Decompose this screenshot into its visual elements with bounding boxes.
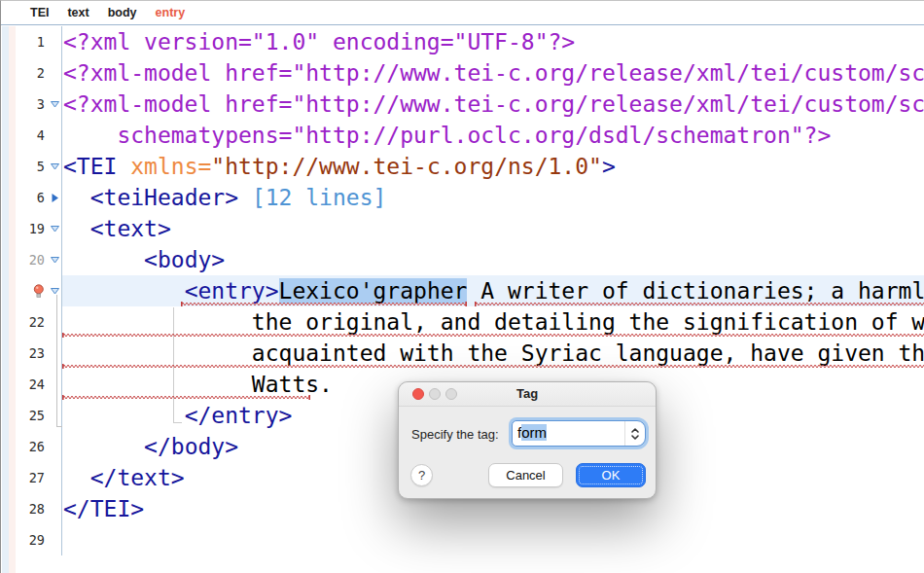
line-number: 1: [16, 26, 48, 57]
breadcrumb-item-tei[interactable]: TEI: [30, 6, 49, 19]
code-text[interactable]: the original, and detailing the signific…: [61, 306, 924, 338]
dialog-titlebar[interactable]: Tag: [399, 382, 656, 407]
line-number: 6: [16, 182, 48, 213]
line-number: 4: [16, 120, 48, 151]
ok-button[interactable]: OK: [576, 463, 646, 487]
code-line: 5<TEI xmlns="http://www.tei-c.org/ns/1.0…: [16, 151, 924, 182]
code-text[interactable]: <?xml-model href="http://www.tei-c.org/r…: [61, 57, 924, 89]
code-line: 23 acquainted with the Syriac language, …: [16, 338, 924, 369]
code-text[interactable]: <teiHeader> [12 lines]: [61, 182, 924, 213]
up-down-stepper[interactable]: [624, 421, 645, 446]
line-number: 5: [16, 151, 48, 182]
fold-gutter: [48, 431, 61, 462]
code-token: <?xml-model href="http://www.tei-c.org/r…: [63, 91, 924, 117]
code-text[interactable]: schematypens="http://purl.oclc.org/dsdl/…: [61, 120, 924, 151]
fold-collapsed-icon[interactable]: [50, 193, 60, 203]
fold-gutter: [48, 462, 61, 493]
code-text[interactable]: <entry>Lexico'grapher A writer of dictio…: [61, 275, 924, 306]
line-number: 20: [16, 244, 48, 275]
gutter-stripe: [2, 26, 9, 573]
line-number: 23: [16, 338, 48, 369]
code-text[interactable]: acquainted with the Syriac language, hav…: [61, 338, 924, 369]
fold-gutter: [48, 493, 61, 524]
quick-fix-bulb-icon[interactable]: [33, 284, 45, 299]
tag-value[interactable]: form: [513, 421, 624, 446]
breadcrumb-item-entry[interactable]: entry: [156, 6, 186, 19]
line-number: 3: [16, 89, 48, 120]
fold-gutter: [48, 120, 61, 151]
code-line: <entry>Lexico'grapher A writer of dictio…: [16, 275, 924, 306]
line-number: 25: [16, 400, 48, 431]
fold-gutter: [48, 524, 61, 555]
code-token: [63, 403, 185, 428]
code-text[interactable]: <?xml-model href="http://www.tei-c.org/r…: [61, 89, 924, 120]
code-token: A writer of dictionaries; a harmle: [467, 278, 924, 304]
line-number: [16, 275, 48, 306]
code-line: 2<?xml-model href="http://www.tei-c.org/…: [16, 57, 924, 89]
help-button[interactable]: ?: [410, 464, 433, 486]
tag-combobox-input[interactable]: form: [512, 420, 646, 447]
line-number: 2: [16, 57, 48, 89]
code-token: [63, 465, 90, 490]
fold-gutter: [48, 151, 61, 182]
code-line: 4 schematypens="http://purl.oclc.org/dsd…: [16, 120, 924, 151]
breadcrumb-item-text[interactable]: text: [67, 6, 89, 19]
code-token: acquainted with the Syriac language, hav…: [63, 340, 924, 366]
fold-gutter: [48, 182, 61, 213]
code-line: 6 <teiHeader> [12 lines]: [16, 182, 924, 213]
code-line: 22 the original, and detailing the signi…: [16, 306, 924, 338]
code-line: 29: [16, 524, 924, 555]
fold-gutter: [48, 400, 61, 431]
line-number: 27: [16, 462, 48, 493]
code-token: <?xml version="1.0" encoding="UTF-8"?>: [63, 29, 575, 54]
code-token: [63, 216, 90, 241]
code-line: 20 <body>: [16, 244, 924, 275]
annotation-stripe: [9, 26, 16, 573]
code-token: <text>: [90, 216, 171, 241]
fold-open-icon[interactable]: [50, 99, 60, 110]
code-token: </TEI>: [63, 496, 144, 521]
fold-open-icon[interactable]: [50, 255, 60, 266]
code-token: [63, 434, 144, 459]
cancel-button[interactable]: Cancel: [488, 463, 563, 487]
fold-gutter: [48, 244, 61, 275]
code-text[interactable]: <body>: [61, 244, 924, 275]
code-token: </body>: [144, 434, 238, 459]
dialog-title: Tag: [399, 382, 656, 406]
fold-gutter: [48, 369, 61, 400]
code-token: xmlns=: [130, 154, 211, 179]
specify-tag-label: Specify the tag:: [411, 427, 499, 442]
code-line: 3<?xml-model href="http://www.tei-c.org/…: [16, 89, 924, 120]
code-token: [63, 247, 144, 272]
code-token: schematypens="http://purl.oclc.org/dsdl/…: [63, 123, 831, 148]
line-number: 24: [16, 369, 48, 400]
line-number: 22: [16, 306, 48, 338]
code-token: <?xml-model href="http://www.tei-c.org/r…: [63, 60, 924, 86]
fold-gutter: [48, 275, 61, 306]
code-token: </entry>: [185, 403, 293, 428]
breadcrumb: TEItextbodyentry: [1, 1, 924, 25]
fold-gutter: [48, 338, 61, 369]
code-line: 1<?xml version="1.0" encoding="UTF-8"?>: [16, 26, 924, 57]
code-token: "http://www.tei-c.org/ns/1.0": [211, 154, 602, 179]
code-text[interactable]: [61, 524, 924, 555]
code-token: </text>: [90, 465, 185, 490]
fold-open-icon[interactable]: [50, 224, 60, 234]
code-token: [63, 185, 90, 210]
fold-gutter: [48, 89, 61, 120]
code-token: the original, and detailing the signific…: [63, 309, 924, 335]
code-token: >: [602, 154, 616, 179]
code-text[interactable]: <text>: [61, 213, 924, 244]
code-text[interactable]: <TEI xmlns="http://www.tei-c.org/ns/1.0"…: [61, 151, 924, 182]
code-line: 19 <text>: [16, 213, 924, 244]
fold-open-icon[interactable]: [50, 161, 60, 172]
breadcrumb-item-body[interactable]: body: [108, 6, 137, 19]
code-token: Watts.: [63, 372, 333, 397]
fold-open-icon[interactable]: [50, 286, 60, 297]
code-token: [63, 278, 185, 304]
code-text[interactable]: <?xml version="1.0" encoding="UTF-8"?>: [61, 26, 924, 57]
code-token: <TEI: [63, 154, 130, 179]
up-down-chevrons-icon: [630, 427, 640, 441]
fold-gutter: [48, 26, 61, 57]
autocomplete-selection: orm: [521, 424, 547, 441]
